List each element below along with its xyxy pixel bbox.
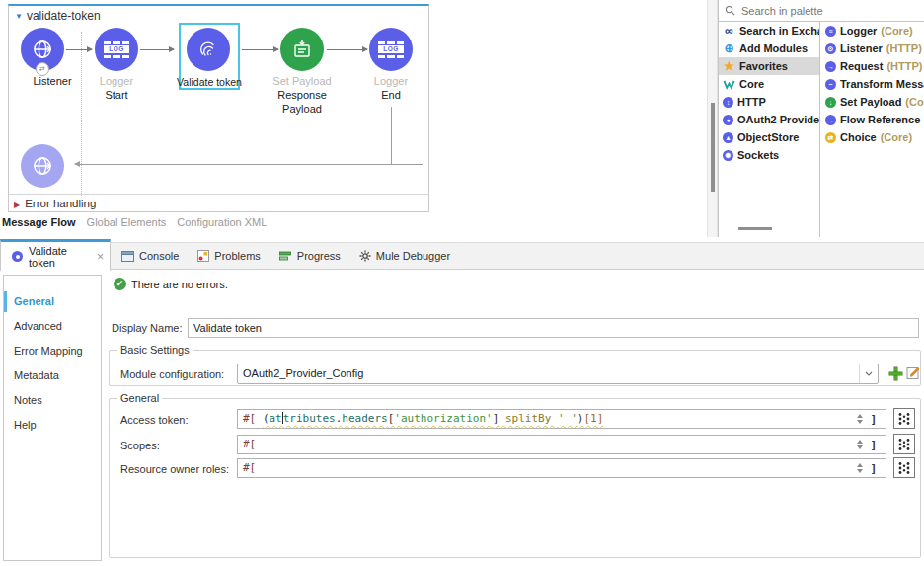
flow-node-listener-response[interactable] [21, 144, 64, 188]
core-mule-icon [723, 79, 735, 90]
star-icon: ★ [723, 60, 735, 72]
scrollbar-thumb[interactable] [711, 103, 715, 192]
canvas-vertical-scrollbar[interactable] [707, 0, 718, 237]
palette-item-search-in-exchange[interactable]: ∞ Search in Excha [719, 22, 819, 40]
properties-sidebar: General Advanced Error Mapping Metadata … [3, 275, 102, 561]
error-handling-label: Error handling [25, 198, 96, 209]
exchange-infinity-icon: ∞ [723, 25, 735, 37]
palette-component-choice[interactable]: ⇄ Choice (Core) [821, 128, 924, 146]
oauth2-provider-module-icon: ● [723, 115, 733, 125]
chevron-down-icon[interactable] [859, 364, 878, 383]
add-modules-plus-icon: ⊕ [723, 42, 735, 54]
palette-item-core[interactable]: Core [719, 75, 819, 93]
node-label-logger-start: Logger [77, 75, 156, 87]
tab-message-flow[interactable]: Message Flow [2, 216, 76, 228]
panel-view-tabs: Console Problems Progress [121, 243, 450, 269]
sidebar-item-error-mapping[interactable]: Error Mapping [4, 339, 101, 364]
tab-progress[interactable]: Progress [279, 250, 341, 262]
progress-icon [279, 251, 292, 261]
expression-mode-icon [897, 412, 911, 426]
display-name-field[interactable]: Validate token [188, 318, 919, 338]
palette-search-row [719, 0, 924, 22]
flow-node-validate-token[interactable] [187, 28, 230, 71]
edit-configuration-button[interactable] [906, 365, 921, 380]
node-sublabel-logger-end: End [351, 89, 429, 101]
tab-mule-debugger[interactable]: Mule Debugger [359, 250, 450, 262]
log-icon: LOG [104, 40, 129, 59]
validation-status: ✓ There are no errors. [114, 278, 228, 290]
sidebar-item-advanced[interactable]: Advanced [4, 314, 101, 339]
palette-item-http[interactable]: ↕ HTTP [719, 93, 819, 111]
palette-component-logger[interactable]: ≡ Logger (Core) [821, 22, 924, 40]
scopes-label: Scopes: [120, 440, 160, 451]
flow-connector-arrow [327, 49, 367, 50]
tab-configuration-xml[interactable]: Configuration XML [177, 216, 267, 228]
set-payload-icon [290, 38, 314, 61]
error-handling-section[interactable]: ▶Error handling [14, 198, 96, 209]
expression-mode-icon [897, 461, 911, 475]
expression-close-bracket: ] [870, 460, 877, 478]
node-sublabel-set-payload-1: Response [263, 89, 342, 101]
palette-component-listener[interactable]: ⊙ Listener (HTTP) [821, 40, 924, 57]
tab-console[interactable]: Console [121, 250, 179, 262]
tab-global-elements[interactable]: Global Elements [87, 216, 167, 228]
close-icon[interactable]: × [97, 250, 104, 264]
flow-node-logger-start[interactable]: LOG [95, 28, 138, 71]
access-token-expression-toggle-button[interactable] [893, 408, 915, 429]
palette-horizontal-scrollbar[interactable] [738, 227, 772, 230]
scopes-field[interactable]: #[ ] [237, 435, 886, 454]
add-configuration-button[interactable] [889, 367, 902, 380]
access-token-label: Access token: [120, 414, 188, 426]
tab-problems[interactable]: Problems [197, 250, 260, 262]
listener-response-badge-icon: ⇄ [36, 62, 49, 76]
flow-connector-arrow [140, 49, 174, 50]
scopes-expression-toggle-button[interactable] [893, 434, 915, 454]
resource-owner-roles-label: Resource owner roles: [120, 463, 229, 475]
sidebar-item-help[interactable]: Help [4, 413, 101, 438]
expression-close-bracket: ] [870, 411, 877, 429]
palette-item-favorites[interactable]: ★ Favorites [719, 57, 819, 75]
palette-component-set-payload[interactable]: ↓ Set Payload (Cor [821, 93, 924, 111]
status-text: There are no errors. [131, 279, 228, 290]
stepper-arrows[interactable] [857, 440, 863, 449]
palette-component-request[interactable]: → Request (HTTP) [821, 57, 924, 75]
palette-component-transform-message[interactable]: ~ Transform Messa [821, 75, 924, 93]
stepper-arrows[interactable] [857, 463, 863, 473]
palette-component-flow-reference[interactable]: → Flow Reference ( [821, 111, 924, 128]
flow-connector-arrow [66, 49, 92, 50]
globe-icon [30, 153, 55, 179]
globe-icon [30, 37, 55, 62]
palette-item-sockets[interactable]: ✺ Sockets [719, 146, 819, 164]
stepper-arrows[interactable] [857, 414, 863, 424]
flow-canvas: ▼validate-token ⇄ Listener LOG Logger S [8, 4, 429, 212]
sidebar-item-notes[interactable]: Notes [4, 388, 101, 413]
tab-validate-token[interactable]: Validate token × [0, 239, 111, 271]
success-check-icon: ✓ [114, 278, 126, 290]
module-configuration-select[interactable]: OAuth2_Provider_Config [237, 364, 879, 384]
http-module-icon: ↕ [723, 97, 733, 108]
sidebar-item-metadata[interactable]: Metadata [4, 364, 101, 388]
listener-component-icon: ⊙ [825, 43, 836, 54]
flow-connector-arrow [242, 49, 278, 50]
palette-item-objectstore[interactable]: ▴ ObjectStore [719, 128, 819, 146]
expression-close-bracket: ] [870, 437, 877, 454]
flow-node-logger-end[interactable]: LOG [369, 28, 413, 71]
flow-node-set-payload[interactable] [280, 28, 324, 71]
flow-header[interactable]: ▼validate-token [15, 9, 101, 23]
mule-palette: ∞ Search in Excha ⊕ Add Modules ★ Favori… [718, 0, 924, 237]
palette-item-add-modules[interactable]: ⊕ Add Modules [719, 40, 819, 57]
editor-view-tabs: Message Flow Global Elements Configurati… [2, 216, 267, 228]
sidebar-item-general[interactable]: General [4, 289, 101, 314]
collapse-triangle-icon[interactable]: ▼ [15, 12, 23, 21]
resource-owner-roles-expression-toggle-button[interactable] [893, 457, 915, 478]
expand-triangle-icon[interactable]: ▶ [14, 201, 20, 209]
basic-settings-legend: Basic Settings [117, 344, 192, 356]
error-handling-divider [9, 194, 428, 195]
palette-item-oauth2-provider[interactable]: ● OAuth2 Provider [719, 111, 819, 128]
set-payload-component-icon: ↓ [825, 97, 836, 108]
resource-owner-roles-field[interactable]: #[ ] [237, 458, 886, 478]
access-token-field[interactable]: #[ (attributes.headers['authorization'] … [237, 409, 886, 429]
flow-node-listener[interactable]: ⇄ [21, 28, 64, 71]
oauth2-operation-icon [12, 251, 23, 262]
palette-search-input[interactable] [739, 4, 891, 18]
